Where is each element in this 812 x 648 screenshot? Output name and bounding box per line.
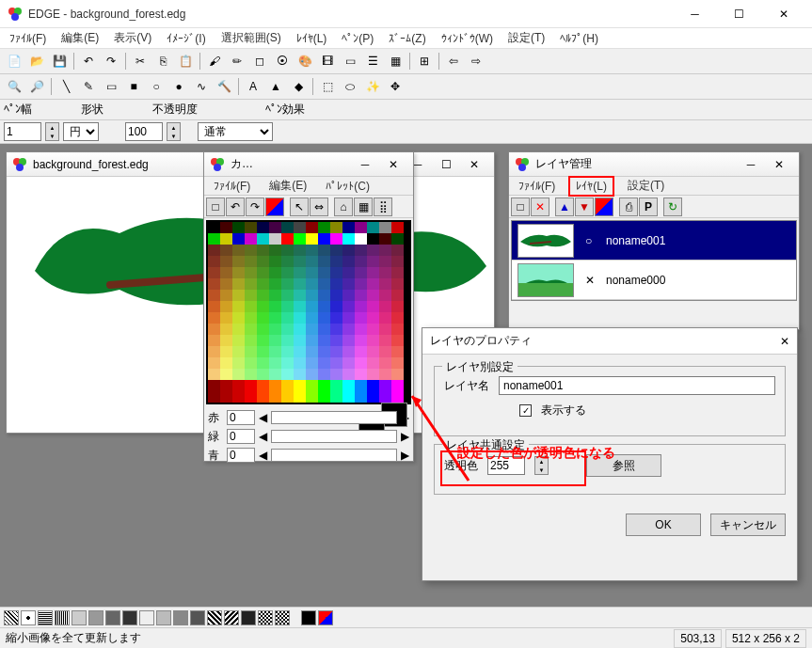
palette-cell[interactable] — [257, 233, 269, 245]
palette-cell[interactable] — [330, 267, 342, 278]
palette-cell[interactable] — [294, 278, 306, 290]
brush-icon[interactable]: 🖌 — [204, 51, 225, 71]
shape-select[interactable]: 円 — [63, 122, 99, 141]
palette-menu-edit[interactable]: 編集(E) — [263, 176, 312, 196]
palette-cell[interactable] — [294, 233, 306, 245]
palette-cell[interactable] — [391, 256, 404, 267]
palette-cell[interactable] — [269, 324, 281, 335]
palette-cell[interactable] — [220, 324, 232, 335]
palette-cell[interactable] — [294, 222, 306, 233]
palette-titlebar[interactable]: カ… ─ ✕ — [204, 152, 413, 177]
r-value[interactable]: 0 — [227, 410, 255, 425]
layer-up-icon[interactable]: ▲ — [555, 198, 574, 216]
layer-minimize-button[interactable]: ─ — [737, 154, 765, 175]
palette-cell[interactable] — [220, 380, 232, 391]
palette-cell[interactable] — [355, 278, 367, 290]
menu-selection[interactable]: 選択範囲(S) — [215, 28, 287, 48]
palette-cell[interactable] — [367, 233, 379, 245]
palette-cell[interactable] — [220, 222, 232, 233]
palette-cell[interactable] — [294, 290, 306, 301]
palette-cell[interactable] — [367, 222, 379, 233]
layer-row-1[interactable]: ✕ noname000 — [512, 261, 796, 300]
open-icon[interactable]: 📂 — [26, 51, 47, 71]
palette-cell[interactable] — [294, 312, 306, 324]
menu-window[interactable]: ｳｨﾝﾄﾞｳ(W) — [436, 30, 499, 47]
pattern-swatch[interactable] — [72, 610, 87, 625]
menu-edit[interactable]: 編集(E) — [56, 28, 104, 48]
palette-cell[interactable] — [245, 290, 257, 301]
layer-merge-icon[interactable] — [595, 198, 613, 216]
g-value[interactable]: 0 — [227, 429, 255, 444]
palette-cell[interactable] — [306, 222, 318, 233]
palette-cell[interactable] — [379, 391, 391, 403]
palette-cell[interactable] — [232, 380, 245, 391]
pattern-swatch[interactable] — [21, 610, 36, 625]
pattern-swatch[interactable] — [122, 610, 137, 625]
palette-cell[interactable] — [379, 324, 391, 335]
layer-menu-settings[interactable]: 設定(T) — [622, 176, 670, 196]
ok-button[interactable]: OK — [626, 514, 701, 536]
palette-cell[interactable] — [379, 335, 391, 346]
palette-cell[interactable] — [269, 267, 281, 278]
palette-cell[interactable] — [342, 369, 355, 380]
palette-cell[interactable] — [391, 324, 404, 335]
palette-cell[interactable] — [355, 290, 367, 301]
palette-cell[interactable] — [391, 357, 404, 369]
palette-undo-icon[interactable]: ↶ — [226, 198, 245, 216]
palette-cell[interactable] — [391, 267, 404, 278]
palette-cell[interactable] — [269, 290, 281, 301]
menu-file[interactable]: ﾌｧｲﾙ(F) — [4, 30, 52, 47]
palette-cell[interactable] — [342, 222, 355, 233]
layers-icon[interactable]: ☰ — [362, 51, 383, 71]
palette-cell[interactable] — [269, 369, 281, 380]
palette-cell[interactable] — [330, 369, 342, 380]
gradient-icon[interactable]: ◆ — [288, 76, 309, 97]
palette-cell[interactable] — [269, 278, 281, 290]
pen-width-spinner[interactable]: ▲▼ — [45, 122, 59, 141]
redo-icon[interactable]: ↷ — [101, 51, 121, 71]
palette-cell[interactable] — [318, 267, 330, 278]
eraser-icon[interactable]: ◻ — [249, 51, 270, 71]
palette-cell[interactable] — [281, 380, 294, 391]
palette-cell[interactable] — [269, 312, 281, 324]
current-fg[interactable] — [301, 610, 316, 625]
palette-redo-icon[interactable]: ↷ — [246, 198, 264, 216]
palette-cell[interactable] — [379, 312, 391, 324]
palette-cell[interactable] — [208, 245, 220, 256]
line-tool-icon[interactable]: ╲ — [56, 76, 76, 97]
palette-cell[interactable] — [367, 267, 379, 278]
palette-cell[interactable] — [367, 290, 379, 301]
window-icon[interactable]: ▭ — [340, 51, 360, 71]
ellipse-fill-icon[interactable]: ● — [168, 76, 189, 97]
palette-cell[interactable] — [330, 391, 342, 403]
palette-cell[interactable] — [269, 357, 281, 369]
b-value[interactable]: 0 — [227, 448, 255, 463]
pattern-swatch[interactable] — [190, 610, 205, 625]
palette-cell[interactable] — [208, 222, 220, 233]
palette-cell[interactable] — [208, 278, 220, 290]
palette-cell[interactable] — [245, 267, 257, 278]
palette-cell[interactable] — [294, 267, 306, 278]
palette-cell[interactable] — [342, 301, 355, 312]
palette-cell[interactable] — [306, 380, 318, 391]
palette-cell[interactable] — [330, 380, 342, 391]
trans-color-input[interactable] — [487, 456, 525, 475]
rect-outline-icon[interactable]: ▭ — [101, 76, 121, 97]
palette-cell[interactable] — [269, 256, 281, 267]
palette-cell[interactable] — [367, 301, 379, 312]
palette-cell[interactable] — [391, 222, 404, 233]
palette-cell[interactable] — [306, 346, 318, 357]
palette-cell[interactable] — [232, 346, 245, 357]
palette-cell[interactable] — [379, 369, 391, 380]
palette-cell[interactable] — [220, 233, 232, 245]
palette-cell[interactable] — [281, 290, 294, 301]
palette-cell[interactable] — [232, 301, 245, 312]
palette-cell[interactable] — [269, 346, 281, 357]
pen-icon[interactable]: ✏ — [227, 51, 247, 71]
palette-cell[interactable] — [330, 324, 342, 335]
palette-cell[interactable] — [355, 324, 367, 335]
palette-cell[interactable] — [391, 312, 404, 324]
palette-cell[interactable] — [318, 391, 330, 403]
palette-cell[interactable] — [391, 278, 404, 290]
palette-cell[interactable] — [342, 245, 355, 256]
